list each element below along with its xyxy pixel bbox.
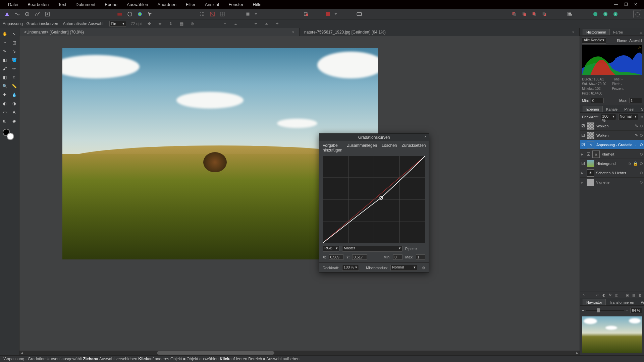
close-icon[interactable]: × — [572, 30, 575, 35]
panel-menu-icon[interactable]: ≡ — [638, 31, 644, 35]
menu-anordnen[interactable]: Anordnen — [153, 2, 181, 7]
move-icon[interactable]: ✥ — [146, 21, 152, 27]
eraser-tool-icon[interactable]: ◧ — [0, 73, 9, 82]
autoselect-dropdown[interactable]: Ein▾ — [109, 21, 126, 27]
layer-name[interactable]: Vignette — [596, 180, 638, 184]
gear-icon[interactable]: ⚙ — [422, 266, 425, 270]
perspective-tool-icon[interactable]: ◉ — [9, 117, 19, 125]
mesh-tool-icon[interactable]: ⊞ — [0, 117, 9, 125]
resource-add-icon[interactable] — [591, 10, 600, 18]
grid-none-icon[interactable] — [208, 10, 217, 18]
curve-editor[interactable] — [323, 156, 425, 243]
document-tab-2[interactable]: nature-7595617_1920.jpg [Geändert] (64,1… — [300, 28, 580, 36]
merge-button[interactable]: Zusammenlegen — [347, 143, 377, 153]
layer-row[interactable]: ☑Wolken✎ — [580, 121, 644, 131]
menu-auswaehlen[interactable]: Auswählen — [122, 2, 153, 7]
sponge-tool-icon[interactable]: ◑ — [9, 99, 19, 108]
y-input[interactable] — [352, 254, 367, 260]
measure-tool-icon[interactable]: 📏 — [9, 82, 19, 90]
tab-brushes[interactable]: Pinsel — [621, 106, 638, 112]
pencil-tool-icon[interactable]: ✏ — [9, 64, 19, 73]
visibility-dot-icon[interactable] — [640, 181, 643, 184]
visibility-dot-icon[interactable] — [640, 143, 643, 146]
dodge-tool-icon[interactable]: ◐ — [0, 99, 9, 108]
resource-link-icon[interactable]: ↻ — [601, 10, 610, 18]
grid-icon[interactable]: ▦ — [178, 21, 184, 27]
edit-icon[interactable]: ✎ — [635, 133, 638, 137]
window-minimize-icon[interactable]: — — [614, 2, 618, 7]
delete-icon[interactable]: 🗑 — [637, 293, 643, 298]
arrange-backward-icon[interactable] — [520, 10, 529, 18]
visibility-dot-icon[interactable] — [640, 125, 643, 127]
master-dropdown[interactable]: Master▾ — [342, 246, 402, 252]
min-input[interactable] — [393, 254, 402, 260]
crop-icon[interactable]: ◫ — [614, 293, 619, 298]
max-input[interactable] — [416, 254, 425, 260]
zoom-tool-icon[interactable]: 🔍 — [0, 82, 9, 90]
layer-button[interactable]: Ebene — [617, 39, 627, 43]
channel-dropdown[interactable]: Alle Kanäle▾ — [582, 38, 606, 44]
checkbox-icon[interactable]: ☑ — [581, 161, 585, 166]
layer-name[interactable]: Hintergrund — [596, 162, 627, 166]
align-right-icon[interactable]: ⫠ — [233, 21, 239, 27]
navigator-thumb[interactable] — [582, 316, 642, 353]
tab-color[interactable]: Farbe — [610, 29, 626, 35]
min-input[interactable] — [591, 98, 604, 103]
clone-tool-icon[interactable]: ⌑ — [9, 73, 19, 82]
text-tool-icon[interactable]: A — [9, 108, 19, 117]
persona-tone-icon[interactable] — [33, 10, 42, 18]
target-icon[interactable]: ⊕ — [189, 21, 195, 27]
align-top-icon[interactable]: ⫧ — [253, 21, 259, 27]
max-input[interactable] — [629, 98, 642, 103]
layer-row[interactable]: ▸☀Schatten & Lichter — [580, 168, 644, 178]
menu-hilfe[interactable]: Hilfe — [248, 2, 266, 7]
menu-fenster[interactable]: Fenster — [224, 2, 248, 7]
visibility-dot-icon[interactable] — [640, 162, 643, 165]
shape-tool-icon[interactable]: ◧ — [0, 56, 9, 64]
arrange-forward-icon[interactable] — [530, 10, 539, 18]
edit-icon[interactable]: ✎ — [635, 124, 638, 128]
zoom-in-icon[interactable]: + — [626, 308, 628, 313]
lock-icon[interactable]: 🔒 — [633, 161, 638, 166]
gear-icon[interactable]: ⚙ — [640, 115, 644, 119]
layer-row[interactable]: ☑Wolken✎ — [580, 131, 644, 140]
opacity-dropdown[interactable]: 100 %▾ — [342, 265, 359, 271]
persona-liquify-icon[interactable] — [13, 10, 21, 18]
window-close-icon[interactable]: ✕ — [634, 2, 637, 7]
tab-histogram[interactable]: Histogramm — [583, 29, 610, 35]
lock-h-icon[interactable]: ⇔ — [157, 21, 163, 27]
curves-dialog[interactable]: Gradationskurven × Vorgabe hinzufügen Zu… — [319, 133, 429, 273]
menu-filter[interactable]: Filter — [181, 2, 200, 7]
constraint-icon[interactable] — [323, 10, 332, 18]
opacity-dropdown[interactable]: 100 %▾ — [601, 114, 616, 120]
group-icon[interactable]: ▣ — [625, 293, 630, 298]
color-swatches[interactable] — [0, 129, 19, 142]
node-tool-icon[interactable]: ↘ — [9, 47, 19, 56]
pipette-button[interactable]: Pipette — [405, 247, 417, 251]
checkbox-icon[interactable]: ☑ — [587, 152, 590, 157]
tab-transform[interactable]: Transformieren — [606, 299, 637, 305]
horizontal-scrollbar[interactable]: ◂ ▸ — [19, 351, 580, 355]
mask-icon[interactable]: ▭ — [595, 293, 600, 298]
add-preset-button[interactable]: Vorgabe hinzufügen — [323, 143, 342, 153]
account-icon[interactable]: ◯ — [633, 10, 641, 18]
expand-icon[interactable]: ▸ — [581, 180, 585, 185]
window-restore-icon[interactable]: ❐ — [624, 2, 628, 7]
layer-row[interactable]: ▸☑△Klarheit — [580, 149, 644, 159]
scroll-left-icon[interactable]: ◂ — [19, 351, 24, 355]
checkbox-icon[interactable]: ☑ — [581, 133, 585, 138]
layer-row[interactable]: ▸Vignette — [580, 178, 644, 187]
align-icon[interactable] — [566, 10, 574, 18]
background-swatch-icon[interactable] — [7, 133, 14, 140]
adjust-icon[interactable]: ◐ — [601, 293, 606, 298]
layer-name[interactable]: Wolken — [596, 133, 633, 137]
channel-dropdown[interactable]: RGB▾ — [323, 246, 339, 252]
pen-tool-icon[interactable]: ✎ — [0, 47, 9, 56]
delete-button[interactable]: Löschen — [382, 143, 397, 153]
close-icon[interactable]: × — [292, 30, 294, 35]
bucket-tool-icon[interactable]: 🪣 — [9, 56, 19, 64]
blendmode-dropdown[interactable]: Normal▾ — [390, 265, 417, 271]
clip-icon[interactable] — [302, 10, 311, 18]
arrange-front-icon[interactable] — [540, 10, 549, 18]
expand-icon[interactable]: ▸ — [581, 152, 585, 157]
